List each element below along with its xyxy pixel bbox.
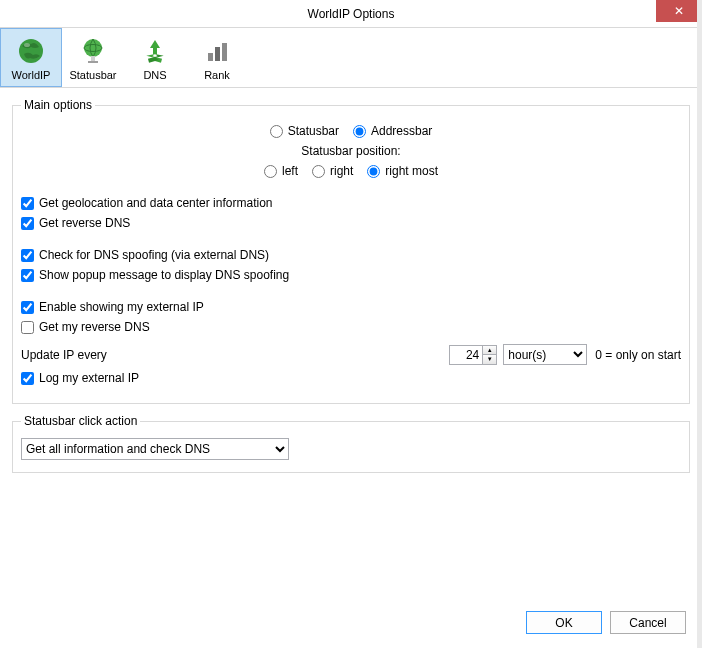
check-enable-ext-ip-input[interactable] [21, 301, 34, 314]
check-get-my-rev-dns-row: Get my reverse DNS [21, 320, 681, 334]
toolbar: WorldIP Statusbar DNS [0, 28, 702, 88]
check-spoof-input[interactable] [21, 249, 34, 262]
check-show-popup-row: Show popup message to display DNS spoofi… [21, 268, 681, 282]
check-log-ext-ip-row: Log my external IP [21, 371, 681, 385]
update-ip-hint: 0 = only on start [595, 348, 681, 362]
title-bar: WorldIP Options ✕ [0, 0, 702, 28]
radio-left[interactable]: left [264, 164, 298, 178]
update-ip-label: Update IP every [21, 348, 107, 362]
click-action-select[interactable]: Get all information and check DNS [21, 438, 289, 460]
check-get-geo-row: Get geolocation and data center informat… [21, 196, 681, 210]
radio-statusbar-input[interactable] [270, 125, 283, 138]
close-button[interactable]: ✕ [656, 0, 702, 22]
placement-row: Statusbar Addressbar [21, 124, 681, 138]
update-ip-input[interactable] [450, 346, 482, 364]
check-enable-ext-ip-row: Enable showing my external IP [21, 300, 681, 314]
check-show-popup[interactable]: Show popup message to display DNS spoofi… [21, 268, 289, 282]
check-log-ext-ip[interactable]: Log my external IP [21, 371, 139, 385]
click-action-legend: Statusbar click action [21, 414, 140, 428]
tab-worldip[interactable]: WorldIP [0, 28, 62, 87]
radio-left-input[interactable] [264, 165, 277, 178]
radio-right-most[interactable]: right most [367, 164, 438, 178]
radio-right[interactable]: right [312, 164, 353, 178]
radio-right-input[interactable] [312, 165, 325, 178]
click-action-group: Statusbar click action Get all informati… [12, 414, 690, 473]
radio-addressbar-input[interactable] [353, 125, 366, 138]
radio-statusbar[interactable]: Statusbar [270, 124, 339, 138]
check-show-popup-input[interactable] [21, 269, 34, 282]
svg-point-0 [19, 39, 43, 63]
dialog-footer: OK Cancel [526, 611, 686, 634]
tab-label: WorldIP [1, 69, 61, 81]
svg-rect-5 [88, 61, 98, 63]
window-title: WorldIP Options [308, 7, 395, 21]
svg-rect-8 [222, 43, 227, 61]
position-row: left right right most [21, 164, 681, 178]
check-get-geo[interactable]: Get geolocation and data center informat… [21, 196, 272, 210]
check-get-my-rev-dns-input[interactable] [21, 321, 34, 334]
tab-label: DNS [125, 69, 185, 81]
main-options-legend: Main options [21, 98, 95, 112]
spin-up-button[interactable]: ▲ [483, 346, 496, 356]
check-spoof[interactable]: Check for DNS spoofing (via external DNS… [21, 248, 269, 262]
recycle-icon [125, 35, 185, 67]
cancel-button[interactable]: Cancel [610, 611, 686, 634]
check-get-my-rev-dns[interactable]: Get my reverse DNS [21, 320, 150, 334]
svg-point-2 [84, 39, 102, 57]
update-ip-row: Update IP every ▲ ▼ hour(s) 0 = only on … [21, 344, 681, 365]
position-label: Statusbar position: [21, 144, 681, 158]
tab-statusbar[interactable]: Statusbar [62, 28, 124, 87]
svg-point-1 [24, 43, 30, 47]
check-enable-ext-ip[interactable]: Enable showing my external IP [21, 300, 204, 314]
radio-addressbar[interactable]: Addressbar [353, 124, 432, 138]
check-get-rev-dns[interactable]: Get reverse DNS [21, 216, 130, 230]
check-get-rev-dns-row: Get reverse DNS [21, 216, 681, 230]
radio-right-most-input[interactable] [367, 165, 380, 178]
close-icon: ✕ [674, 4, 684, 18]
check-spoof-row: Check for DNS spoofing (via external DNS… [21, 248, 681, 262]
globe-icon [1, 35, 61, 67]
update-ip-spinner[interactable]: ▲ ▼ [449, 345, 497, 365]
tab-label: Statusbar [63, 69, 123, 81]
svg-rect-6 [208, 53, 213, 61]
svg-rect-7 [215, 47, 220, 61]
tab-label: Rank [187, 69, 247, 81]
spin-down-button[interactable]: ▼ [483, 355, 496, 364]
check-get-geo-input[interactable] [21, 197, 34, 210]
rank-icon [187, 35, 247, 67]
tab-rank[interactable]: Rank [186, 28, 248, 87]
check-log-ext-ip-input[interactable] [21, 372, 34, 385]
check-get-rev-dns-input[interactable] [21, 217, 34, 230]
ok-button[interactable]: OK [526, 611, 602, 634]
statusbar-icon [63, 35, 123, 67]
tab-dns[interactable]: DNS [124, 28, 186, 87]
window-resize-edge[interactable] [697, 0, 702, 648]
main-options-group: Main options Statusbar Addressbar Status… [12, 98, 690, 404]
update-ip-unit-select[interactable]: hour(s) [503, 344, 587, 365]
